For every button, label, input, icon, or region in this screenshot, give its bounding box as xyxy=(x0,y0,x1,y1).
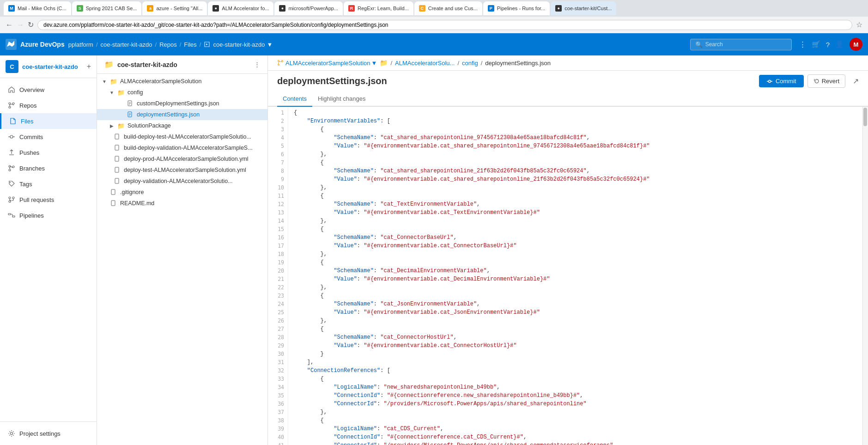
sidebar-label-branches: Branches xyxy=(19,165,45,172)
grid-icon[interactable]: ⋮ xyxy=(799,40,806,49)
code-breadcrumb-repo[interactable]: ALMAcceleratorSampleSolution ▼ xyxy=(277,60,377,67)
help-icon[interactable]: ? xyxy=(826,41,830,49)
folder-icon-alm: 📁 xyxy=(110,78,117,85)
browser-tab-create[interactable]: C Create and use Cus... xyxy=(414,1,482,15)
browser-tab-microsoft[interactable]: ● microsoft/PowerApp... xyxy=(274,1,343,15)
commit-button-icon xyxy=(766,78,773,85)
breadcrumb-files[interactable]: Files xyxy=(184,41,196,48)
expand-icon[interactable]: ↗ xyxy=(853,77,859,85)
sidebar-item-tags[interactable]: Tags xyxy=(0,176,97,192)
line-num-4: 4 xyxy=(268,134,288,142)
sidebar-label-repos: Repos xyxy=(19,102,37,109)
azure-devops-label: Azure DevOps xyxy=(20,41,65,48)
search-input[interactable] xyxy=(705,41,779,48)
sidebar-item-repos[interactable]: Repos xyxy=(0,98,97,113)
code-top-bar: ALMAcceleratorSampleSolution ▼ 📁 / ALMAc… xyxy=(268,55,868,71)
browser-tab-azure[interactable]: a azure - Setting "All... xyxy=(142,1,207,15)
file-icon-build-deploy-validation xyxy=(114,144,121,152)
svg-point-34 xyxy=(282,61,283,62)
sidebar-label-pushes: Pushes xyxy=(19,149,39,156)
browser-tab-spring[interactable]: S Spring 2021 CAB Se... xyxy=(72,1,142,15)
pull-requests-icon xyxy=(7,195,16,204)
tab-contents[interactable]: Contents xyxy=(277,91,312,107)
tree-item-alm-solution[interactable]: ▼ 📁 ALMAcceleratorSampleSolution xyxy=(97,76,267,87)
commit-button[interactable]: Commit xyxy=(759,75,804,87)
refresh-icon[interactable]: ↻ xyxy=(28,20,34,29)
breadcrumb-repos[interactable]: Repos xyxy=(159,41,177,48)
breadcrumb-platform[interactable]: pplatform xyxy=(68,41,93,48)
tree-item-readme[interactable]: ▶ README.md xyxy=(97,198,267,209)
sidebar-item-overview[interactable]: Overview xyxy=(0,82,97,98)
azure-logo[interactable]: Azure DevOps xyxy=(6,39,65,50)
tree-label-config: config xyxy=(127,89,143,96)
sidebar-item-project-settings[interactable]: Project settings xyxy=(0,426,97,441)
tree-item-deploy-validation[interactable]: ▶ deploy-validation-ALMAcceleratorSoluti… xyxy=(97,176,267,187)
svg-rect-27 xyxy=(115,156,119,161)
home-icon xyxy=(7,85,16,94)
tree-item-deploy-test[interactable]: ▶ deploy-test-ALMAcceleratorSampleSoluti… xyxy=(97,165,267,176)
tree-toggle-config[interactable]: ▼ xyxy=(108,89,115,96)
tree-item-config[interactable]: ▼ 📁 config xyxy=(97,87,267,98)
back-icon[interactable]: ← xyxy=(6,21,13,29)
sidebar-item-files[interactable]: Files xyxy=(0,113,97,129)
add-project-button[interactable]: + xyxy=(87,62,91,71)
revert-button[interactable]: Revert xyxy=(807,74,845,88)
code-breadcrumb-path1[interactable]: ALMAcceleratorSolu... xyxy=(395,60,455,67)
tree-item-build-deploy-test[interactable]: ▶ build-deploy-test-ALMAcceleratorSample… xyxy=(97,131,267,142)
browser-tab-alm[interactable]: ● ALM Accelerator fo... xyxy=(208,1,273,15)
line-num-3: 3 xyxy=(268,125,288,134)
code-breadcrumb-sep2: / xyxy=(457,60,459,67)
file-panel-menu-icon[interactable]: ⋮ xyxy=(254,61,260,68)
app-wrapper: M Mail - Mike Ochs (C... S Spring 2021 C… xyxy=(0,0,868,445)
tree-item-custom-settings[interactable]: ▶ customDeploymentSettings.json xyxy=(97,98,267,109)
forward-icon[interactable]: → xyxy=(17,21,24,29)
tree-item-build-deploy-validation[interactable]: ▶ build-deploy-validation-ALMAccelerator… xyxy=(97,142,267,153)
line-num-19: 19 xyxy=(268,258,288,267)
sidebar-item-commits[interactable]: Commits xyxy=(0,129,97,145)
tab-label-mail: Mail - Mike Ochs (C... xyxy=(18,6,67,11)
vertical-scrollbar[interactable] xyxy=(862,107,868,445)
browser-tab-pipelines[interactable]: P Pipelines - Runs for... xyxy=(483,1,550,15)
browser-tab-coe[interactable]: ● coe-starter-kit/Cust... xyxy=(551,1,616,15)
line-num-2: 2 xyxy=(268,117,288,125)
file-icon-gitignore xyxy=(110,189,117,196)
project-name[interactable]: coe-starter-kit-azdo xyxy=(22,63,83,70)
sidebar-item-pipelines[interactable]: Pipelines xyxy=(0,207,97,223)
line-num-18: 18 xyxy=(268,250,288,258)
scrollbar-thumb[interactable] xyxy=(863,108,867,126)
sidebar-item-branches[interactable]: Branches xyxy=(0,160,97,176)
svg-rect-25 xyxy=(115,134,119,139)
code-breadcrumb-path3: deploymentSettings.json xyxy=(485,60,551,67)
tree-label-alm: ALMAcceleratorSampleSolution xyxy=(120,78,201,85)
browser-tab-mail[interactable]: M Mail - Mike Ochs (C... xyxy=(4,1,71,15)
tree-toggle-solution-package[interactable]: ▶ xyxy=(108,122,115,129)
person-icon[interactable]: 👤 xyxy=(835,40,844,49)
browser-tab-regex[interactable]: R RegExr: Learn, Build... xyxy=(344,1,413,15)
breadcrumb-repo[interactable]: coe-starter-kit-azdo xyxy=(101,41,152,48)
tree-item-gitignore[interactable]: ▶ .gitignore xyxy=(97,187,267,198)
basket-icon[interactable]: 🛒 xyxy=(812,40,820,49)
code-body[interactable]: 1 2 3 4 5 6 7 8 9 10 11 12 13 14 15 16 1 xyxy=(268,107,868,445)
sidebar-item-pushes[interactable]: Pushes xyxy=(0,145,97,160)
code-breadcrumb-folder-icon[interactable]: 📁 xyxy=(380,59,388,67)
tree-label-build-deploy-test: build-deploy-test-ALMAcceleratorSampleSo… xyxy=(124,134,251,140)
bookmark-icon[interactable]: ☆ xyxy=(856,20,862,29)
tree-label-deployment-settings: deploymentSettings.json xyxy=(137,111,200,118)
dropdown-repo-icon[interactable]: ▼ xyxy=(371,60,377,67)
code-content-area[interactable]: { "EnvironmentVariables": [ { "SchemaNam… xyxy=(288,107,862,445)
svg-point-11 xyxy=(9,197,11,199)
user-avatar[interactable]: M xyxy=(850,38,862,51)
tree-item-deploy-prod[interactable]: ▶ deploy-prod-ALMAcceleratorSampleSoluti… xyxy=(97,153,267,165)
code-breadcrumb-path2[interactable]: config xyxy=(462,60,478,67)
tree-toggle-alm[interactable]: ▼ xyxy=(101,78,108,85)
sidebar-item-pull-requests[interactable]: Pull requests xyxy=(0,192,97,207)
address-input[interactable] xyxy=(37,20,852,30)
pushes-icon xyxy=(7,148,16,157)
tab-highlight-changes[interactable]: Highlight changes xyxy=(312,91,371,107)
tree-item-solution-package[interactable]: ▶ 📁 SolutionPackage xyxy=(97,120,267,131)
breadcrumb-project: coe-starter-kit-azdo ▼ xyxy=(204,41,273,48)
line-num-10: 10 xyxy=(268,183,288,192)
svg-rect-17 xyxy=(128,101,132,106)
tree-item-deployment-settings[interactable]: ▶ deploymentSettings.json xyxy=(97,109,267,120)
code-breadcrumb-sep3: / xyxy=(481,60,483,67)
